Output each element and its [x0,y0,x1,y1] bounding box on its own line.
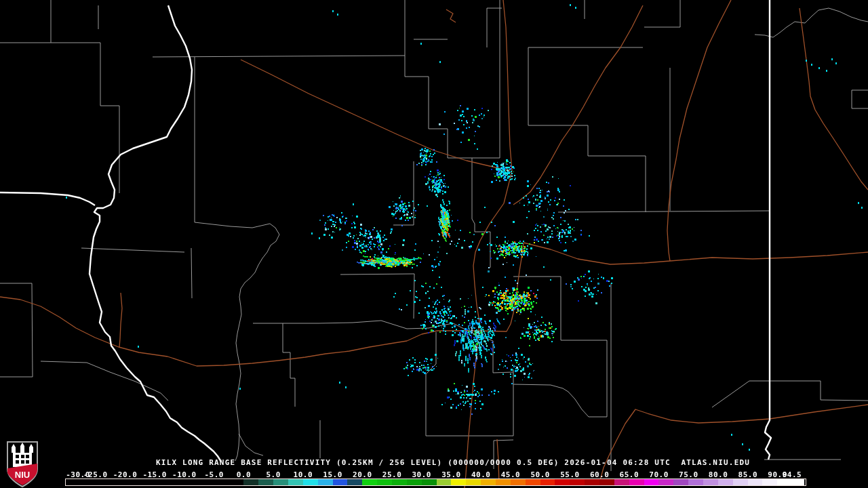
dbz-color-segment [318,479,333,485]
product-caption: KILX LONG RANGE BASE REFLECTIVITY (0.25K… [156,458,750,467]
dbz-color-segment [526,479,540,485]
dbz-color-segment [540,479,555,485]
dbz-color-segment [599,479,614,485]
reflectivity-echo-layer [0,0,868,488]
dbz-color-segment [748,479,763,485]
dbz-color-segment [629,479,644,485]
niu-logo: NIU [5,441,40,487]
dbz-color-segment [407,479,422,485]
dbz-color-segment [422,479,437,485]
dbz-color-segment [614,479,629,485]
dbz-color-segment [733,479,748,485]
dbz-color-scale: -30.0-25.0-20.0-15.0-10.0-5.00.05.010.01… [0,470,868,488]
dbz-color-segment [585,479,599,485]
dbz-color-segment [673,479,688,485]
dbz-color-segment [437,479,452,485]
dbz-color-segment [273,479,288,485]
niu-logo-text: NIU [15,470,30,480]
dbz-color-segment [303,479,318,485]
dbz-color-segment [658,479,673,485]
dbz-color-segment [481,479,496,485]
dbz-color-segment [347,479,362,485]
radar-display: KILX LONG RANGE BASE REFLECTIVITY (0.25K… [0,0,868,488]
dbz-color-segment [66,479,243,485]
dbz-color-segment [703,479,718,485]
dbz-color-segment [451,479,466,485]
dbz-color-segment [718,479,733,485]
dbz-color-segment [555,479,570,485]
dbz-color-segment [777,479,804,485]
dbz-color-segment [688,479,703,485]
dbz-color-segment [258,479,273,485]
dbz-color-segment [511,479,526,485]
dbz-color-segment [762,479,777,485]
dbz-scale-bar [65,479,806,486]
dbz-color-segment [496,479,511,485]
dbz-color-segment [644,479,659,485]
dbz-color-segment [333,479,348,485]
dbz-color-segment [243,479,258,485]
dbz-color-segment [392,479,407,485]
dbz-color-segment [570,479,585,485]
dbz-color-segment [288,479,303,485]
dbz-color-segment [466,479,481,485]
dbz-color-segment [377,479,392,485]
dbz-color-segment [362,479,377,485]
